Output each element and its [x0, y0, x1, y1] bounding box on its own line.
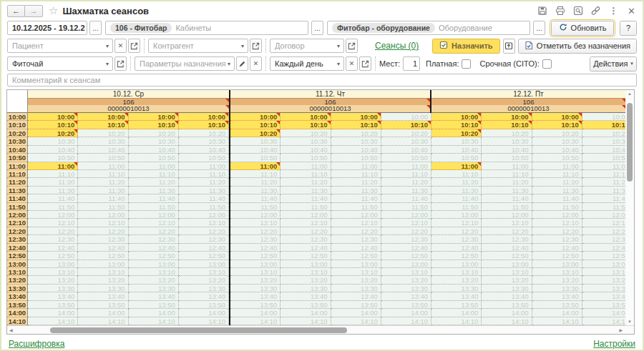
slot-cell[interactable]: 12:30	[482, 235, 532, 243]
comment-input[interactable]	[12, 76, 635, 84]
chevron-down-icon[interactable]: ▾	[239, 43, 246, 49]
slot-cell[interactable]: 10:40	[230, 146, 280, 154]
slot-cell[interactable]: 14:00	[280, 309, 331, 317]
slot-cell-assigned[interactable]: 10:00	[532, 113, 582, 121]
service-input[interactable]	[12, 59, 104, 68]
mark-without-assignment-button[interactable]: Отметить без назначения	[518, 39, 637, 54]
slot-cell[interactable]: 12:30	[431, 235, 482, 243]
slot-cell[interactable]: 14:00	[482, 309, 532, 317]
close-icon[interactable]: ✕	[626, 6, 637, 16]
slot-cell[interactable]: 12:00	[78, 211, 128, 219]
slot-cell[interactable]: 13:50	[129, 301, 179, 309]
slot-cell[interactable]: 13:10	[78, 268, 128, 276]
slot-cell-assigned[interactable]: 10:00	[280, 113, 331, 121]
slot-cell[interactable]: 13:10	[381, 268, 431, 276]
slot-cell[interactable]: 13:30	[28, 285, 78, 292]
actions-button[interactable]: Действия ▾	[590, 56, 637, 71]
slot-cell[interactable]: 13:40	[381, 292, 431, 300]
chevron-down-icon[interactable]: ▾	[335, 61, 342, 67]
back-button[interactable]: ←	[7, 5, 25, 17]
slot-cell[interactable]: 10:40	[28, 146, 78, 154]
paid-checkbox[interactable]	[462, 59, 471, 69]
slot-cell[interactable]: 13:30	[431, 285, 482, 292]
slot-cell[interactable]: 14:00	[331, 309, 381, 317]
slot-cell[interactable]: 12:40	[381, 244, 431, 252]
slot-cell[interactable]: 12:00	[129, 211, 179, 219]
slot-cell[interactable]: 11:50	[582, 203, 625, 211]
slot-cell[interactable]: 10:30	[280, 137, 331, 145]
slot-cell[interactable]: 13:20	[179, 276, 229, 284]
period-field[interactable]	[7, 21, 87, 35]
slot-cell[interactable]: 13:50	[532, 301, 582, 309]
equipment-field[interactable]: Фитобар - оборудование	[327, 21, 530, 35]
slot-cell[interactable]: 13:20	[482, 276, 532, 284]
slot-cell[interactable]: 13:50	[230, 301, 280, 309]
slot-cell[interactable]: 11:50	[482, 203, 532, 211]
slot-cell[interactable]: 12:10	[381, 219, 431, 227]
slot-cell[interactable]: 13:20	[431, 276, 482, 284]
slot-cell[interactable]: 12:00	[230, 211, 280, 219]
slot-cell[interactable]: 12:10	[280, 219, 331, 227]
slot-cell[interactable]: 10:50	[431, 154, 482, 162]
slot-cell[interactable]: 11:10	[28, 170, 78, 178]
slot-cell[interactable]: 10:40	[431, 146, 482, 154]
slot-cell[interactable]: 11:30	[582, 187, 625, 194]
slot-cell[interactable]: 10:50	[179, 154, 229, 162]
slot-cell[interactable]: 12:50	[381, 252, 431, 259]
slot-cell[interactable]: 12:20	[78, 227, 128, 235]
slot-cell[interactable]: 11:10	[129, 170, 179, 178]
slot-cell[interactable]: 11:50	[280, 203, 331, 211]
cabinet-tag[interactable]: 106 - Фитобар	[110, 23, 172, 33]
slot-cell[interactable]: 10:50	[280, 154, 331, 162]
slot-cell[interactable]: 12:40	[532, 244, 582, 252]
slot-cell[interactable]: 11:20	[331, 178, 381, 186]
save-icon[interactable]	[537, 6, 547, 16]
slot-cell[interactable]: 12:30	[129, 235, 179, 243]
slot-cell[interactable]: 11:20	[482, 178, 532, 186]
slot-cell[interactable]: 12:20	[532, 227, 582, 235]
vertical-scroll-thumb[interactable]	[627, 103, 633, 182]
slot-cell[interactable]: 14:00	[431, 309, 482, 317]
assign-params-field[interactable]: ▾	[135, 56, 235, 71]
slot-cell[interactable]: 13:30	[582, 285, 625, 292]
slot-cell[interactable]: 11:30	[331, 187, 381, 194]
slot-cell[interactable]: 14:10	[129, 317, 179, 325]
slot-cell[interactable]: 12:50	[431, 252, 482, 259]
slot-cell[interactable]: 11:10	[230, 170, 280, 178]
horizontal-scrollbar[interactable]: ◀ ▶	[7, 325, 634, 334]
slot-cell[interactable]: 10:20	[78, 129, 128, 137]
chevron-down-icon[interactable]: ▾	[104, 43, 111, 49]
settings-link[interactable]: Настройки	[593, 339, 635, 349]
slot-cell[interactable]: 10:50	[532, 154, 582, 162]
slot-cell[interactable]: 11:50	[230, 203, 280, 211]
slot-cell[interactable]: 11:30	[431, 187, 482, 194]
slot-cell[interactable]: 11:40	[582, 194, 625, 202]
patient-clear-button[interactable]: ✕	[114, 39, 127, 53]
slot-cell[interactable]: 11:40	[381, 194, 431, 202]
slot-cell[interactable]: 13:30	[532, 285, 582, 292]
cabinets-ellipsis-button[interactable]: ...	[311, 21, 323, 35]
slot-cell[interactable]: 13:10	[532, 268, 582, 276]
slot-cell[interactable]: 13:50	[431, 301, 482, 309]
slot-cell[interactable]: 12:30	[532, 235, 582, 243]
preview-icon[interactable]	[572, 6, 583, 16]
equipment-tag[interactable]: Фитобар - оборудование	[332, 23, 435, 33]
slot-cell[interactable]: 13:00	[582, 260, 625, 268]
slot-cell[interactable]: 10:20	[482, 129, 532, 137]
slot-cell[interactable]: 11:20	[431, 178, 482, 186]
scroll-left-arrow[interactable]: ◀	[9, 327, 13, 332]
slot-cell[interactable]: 11:30	[280, 187, 331, 194]
slot-cell[interactable]: 10:20	[129, 129, 179, 137]
slot-cell[interactable]: 10:20	[582, 129, 625, 137]
slot-cell[interactable]: 13:00	[280, 260, 331, 268]
slot-cell[interactable]: 10:50	[331, 154, 381, 162]
slot-cell[interactable]: 14:10	[179, 317, 229, 325]
slot-cell[interactable]: 13:50	[482, 301, 532, 309]
slot-cell[interactable]: 11:00	[129, 162, 179, 170]
slot-cell-assigned[interactable]: 11:00	[431, 162, 482, 170]
slot-cell[interactable]: 14:10	[78, 317, 128, 325]
slot-cell[interactable]: 12:30	[78, 235, 128, 243]
slot-cell[interactable]: 11:40	[129, 194, 179, 202]
slot-cell[interactable]: 12:00	[482, 211, 532, 219]
slot-cell[interactable]: 11:50	[331, 203, 381, 211]
